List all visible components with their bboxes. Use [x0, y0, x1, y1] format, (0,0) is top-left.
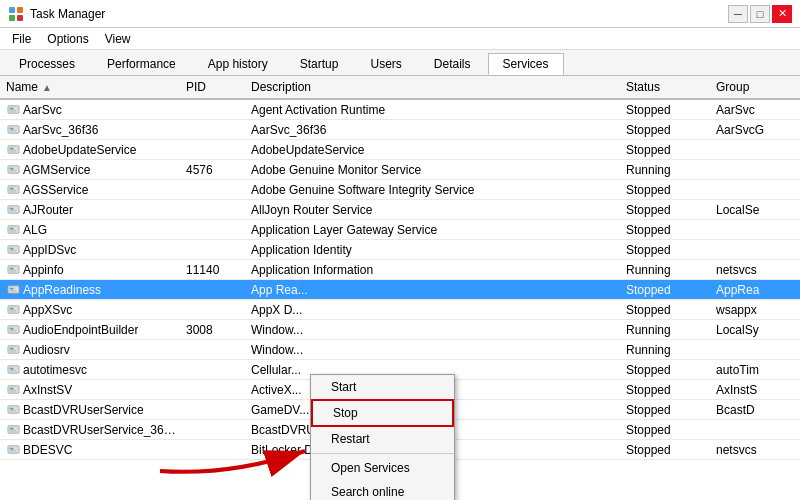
service-group: netsvcs [710, 441, 800, 459]
table-row[interactable]: AudioEndpointBuilder3008Window...Running… [0, 320, 800, 340]
service-name-cell: autotimesvc [0, 363, 180, 377]
tab-services[interactable]: Services [488, 53, 564, 75]
menu-bar: File Options View [0, 28, 800, 50]
close-button[interactable]: ✕ [772, 5, 792, 23]
table-row[interactable]: AdobeUpdateServiceAdobeUpdateServiceStop… [0, 140, 800, 160]
service-group [710, 148, 800, 152]
table-row[interactable]: AppXSvcAppX D...Stoppedwsappx [0, 300, 800, 320]
svg-rect-56 [9, 448, 13, 450]
service-pid [180, 348, 245, 352]
svg-rect-37 [7, 326, 18, 333]
service-pid [180, 248, 245, 252]
table-row[interactable]: Appinfo11140Application InformationRunni… [0, 260, 800, 280]
service-name: AGSService [23, 183, 88, 197]
service-description: Application Identity [245, 241, 620, 259]
service-icon [6, 143, 20, 157]
service-name-cell: AarSvc_36f36 [0, 123, 180, 137]
service-group: netsvcs [710, 261, 800, 279]
service-status: Stopped [620, 201, 710, 219]
table-row[interactable]: AppReadinessApp Rea...StoppedAppRea [0, 280, 800, 300]
service-pid [180, 108, 245, 112]
service-name: AJRouter [23, 203, 73, 217]
service-status: Running [620, 321, 710, 339]
service-icon [6, 283, 20, 297]
svg-rect-1 [17, 7, 23, 13]
service-name: AxInstSV [23, 383, 72, 397]
header-status[interactable]: Status [620, 78, 710, 96]
service-icon [6, 363, 20, 377]
tab-details[interactable]: Details [419, 53, 486, 75]
header-pid[interactable]: PID [180, 78, 245, 96]
service-status: Running [620, 261, 710, 279]
tab-processes[interactable]: Processes [4, 53, 90, 75]
header-description[interactable]: Description [245, 78, 620, 96]
table-row[interactable]: ALGApplication Layer Gateway ServiceStop… [0, 220, 800, 240]
context-restart[interactable]: Restart [311, 427, 454, 451]
context-open-services[interactable]: Open Services [311, 456, 454, 480]
services-table: Name ▲ PID Description Status Group AarS… [0, 76, 800, 500]
maximize-button[interactable]: □ [750, 5, 770, 23]
table-row[interactable]: AGSServiceAdobe Genuine Software Integri… [0, 180, 800, 200]
svg-rect-10 [7, 146, 18, 153]
service-pid [180, 308, 245, 312]
tab-users[interactable]: Users [355, 53, 416, 75]
service-name-cell: AppReadiness [0, 283, 180, 297]
tab-performance[interactable]: Performance [92, 53, 191, 75]
table-row[interactable]: AppIDSvcApplication IdentityStopped [0, 240, 800, 260]
menu-view[interactable]: View [97, 30, 139, 48]
svg-rect-38 [9, 328, 13, 330]
menu-options[interactable]: Options [39, 30, 96, 48]
header-name[interactable]: Name ▲ [0, 78, 180, 96]
service-group: AarSvcG [710, 121, 800, 139]
table-row[interactable]: AudiosrvWindow...Running [0, 340, 800, 360]
context-stop[interactable]: Stop [311, 399, 454, 427]
table-row[interactable]: AarSvc_36f36AarSvc_36f36StoppedAarSvcG [0, 120, 800, 140]
table-row[interactable]: AGMService4576Adobe Genuine Monitor Serv… [0, 160, 800, 180]
service-icon [6, 183, 20, 197]
svg-rect-6 [9, 110, 16, 111]
service-group: wsappx [710, 301, 800, 319]
svg-rect-21 [9, 210, 16, 211]
service-pid [180, 288, 245, 292]
context-start[interactable]: Start [311, 375, 454, 399]
svg-rect-22 [7, 226, 18, 233]
service-name-cell: AGMService [0, 163, 180, 177]
service-pid [180, 148, 245, 152]
service-icon [6, 203, 20, 217]
service-name: ALG [23, 223, 47, 237]
service-group [710, 228, 800, 232]
svg-rect-9 [9, 130, 16, 131]
svg-rect-5 [9, 108, 13, 110]
service-icon [6, 123, 20, 137]
service-pid [180, 408, 245, 412]
service-name: autotimesvc [23, 363, 87, 377]
svg-rect-15 [9, 170, 16, 171]
service-name: AppReadiness [23, 283, 101, 297]
service-description: Application Layer Gateway Service [245, 221, 620, 239]
svg-rect-52 [7, 426, 18, 433]
table-row[interactable]: AarSvcAgent Activation RuntimeStoppedAar… [0, 100, 800, 120]
service-icon [6, 243, 20, 257]
service-pid [180, 428, 245, 432]
context-menu: Start Stop Restart Open Services Search … [310, 374, 455, 500]
svg-rect-27 [9, 250, 16, 251]
service-description: Adobe Genuine Monitor Service [245, 161, 620, 179]
service-group [710, 428, 800, 432]
service-group [710, 348, 800, 352]
svg-rect-3 [17, 15, 23, 21]
tab-startup[interactable]: Startup [285, 53, 354, 75]
service-group: AxInstS [710, 381, 800, 399]
svg-rect-33 [9, 290, 16, 291]
header-group[interactable]: Group [710, 78, 800, 96]
service-group: AppRea [710, 281, 800, 299]
menu-file[interactable]: File [4, 30, 39, 48]
context-search-online[interactable]: Search online [311, 480, 454, 500]
svg-rect-29 [9, 268, 13, 270]
svg-rect-46 [7, 386, 18, 393]
minimize-button[interactable]: ─ [728, 5, 748, 23]
service-name-cell: AppIDSvc [0, 243, 180, 257]
tab-app-history[interactable]: App history [193, 53, 283, 75]
table-row[interactable]: AJRouterAllJoyn Router ServiceStoppedLoc… [0, 200, 800, 220]
service-pid [180, 188, 245, 192]
service-icon [6, 383, 20, 397]
